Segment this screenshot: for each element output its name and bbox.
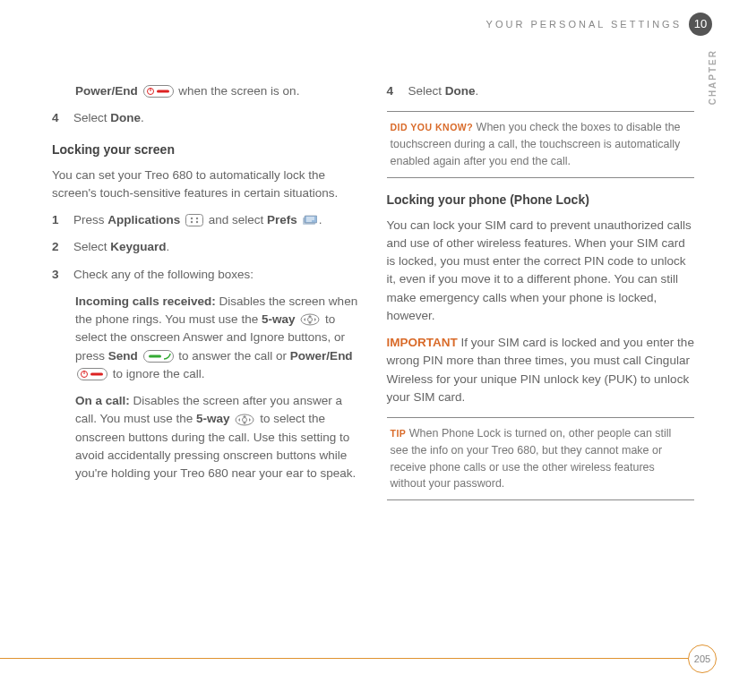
chapter-number-badge: 10	[689, 13, 712, 36]
power-end-fragment: Power/End when the screen is on.	[75, 82, 360, 100]
svg-point-15	[308, 318, 313, 322]
content-area: Power/End when the screen is on. 4 Selec…	[52, 82, 694, 511]
step-number: 3	[52, 266, 63, 284]
svg-rect-17	[149, 354, 161, 357]
heading-phone-lock: Locking your phone (Phone Lock)	[387, 191, 695, 209]
important-block: IMPORTANT If your SIM card is locked and…	[387, 334, 695, 406]
left-step4: 4 Select Done.	[52, 109, 360, 127]
power-end-suffix: when the screen is on.	[178, 84, 299, 98]
step-number: 1	[52, 211, 63, 229]
prefs-icon	[303, 215, 317, 226]
step-body: Select Done.	[73, 109, 360, 127]
send-icon	[143, 350, 174, 363]
step-body: Select Done.	[408, 82, 695, 100]
footer-divider	[0, 658, 696, 659]
svg-point-23	[243, 417, 247, 422]
step-number: 4	[387, 82, 398, 100]
intro-locking-screen: You can set your Treo 680 to automatical…	[52, 166, 360, 203]
tip-text: When Phone Lock is turned on, other peop…	[391, 427, 672, 490]
page-header: YOUR PERSONAL SETTINGS 10	[486, 13, 712, 36]
svg-rect-3	[157, 90, 169, 93]
svg-rect-4	[186, 215, 203, 226]
step-number: 2	[52, 238, 63, 256]
power-end-icon	[143, 85, 174, 98]
svg-rect-21	[90, 373, 103, 376]
section-title: YOUR PERSONAL SETTINGS	[486, 17, 682, 32]
step-number: 4	[52, 109, 63, 127]
svg-point-8	[196, 221, 198, 223]
did-you-know-label: DID YOU KNOW?	[391, 122, 474, 132]
step-body: Select Keyguard.	[73, 238, 360, 256]
right-step4: 4 Select Done.	[387, 82, 695, 100]
tip-box: TIP When Phone Lock is turned on, other …	[387, 417, 695, 500]
tip-label: TIP	[391, 428, 407, 439]
applications-icon	[185, 214, 203, 226]
five-way-icon	[235, 414, 254, 426]
on-a-call-block: On a call: Disables the screen after you…	[75, 392, 360, 482]
svg-point-7	[191, 221, 193, 223]
did-you-know-box: DID YOU KNOW? When you check the boxes t…	[387, 111, 695, 177]
page-number-badge: 205	[688, 645, 717, 673]
left-step2: 2 Select Keyguard.	[52, 238, 360, 256]
step-body: Press Applications and select Prefs .	[73, 211, 360, 229]
power-end-icon	[77, 368, 107, 380]
incoming-calls-block: Incoming calls received: Disables the sc…	[75, 293, 360, 383]
left-step1: 1 Press Applications and select Prefs .	[52, 211, 360, 229]
left-column: Power/End when the screen is on. 4 Selec…	[52, 82, 360, 511]
para-phone-lock: You can lock your SIM card to prevent un…	[387, 217, 695, 326]
svg-point-6	[196, 218, 198, 219]
five-way-icon	[300, 313, 320, 326]
heading-locking-screen: Locking your screen	[52, 141, 360, 159]
left-step3: 3 Check any of the following boxes:	[52, 266, 360, 284]
important-label: IMPORTANT	[387, 336, 458, 349]
right-column: 4 Select Done. DID YOU KNOW? When you ch…	[387, 82, 695, 511]
step-body: Check any of the following boxes:	[73, 266, 360, 284]
power-end-label: Power/End	[75, 84, 138, 98]
chapter-side-label: CHAPTER	[706, 49, 719, 105]
svg-point-5	[191, 218, 193, 219]
